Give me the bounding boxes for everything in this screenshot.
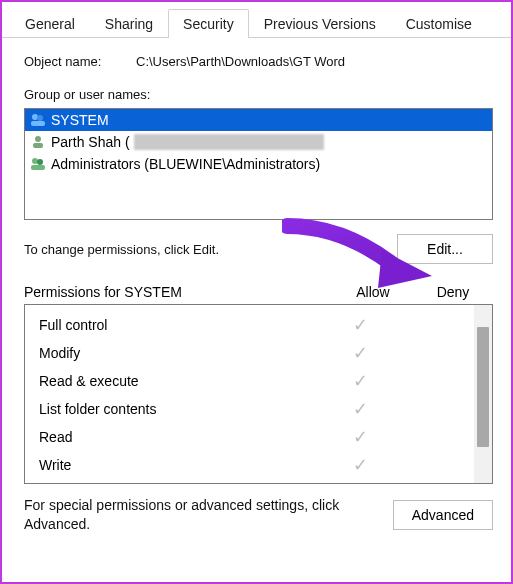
permissions-for-label: Permissions for SYSTEM — [24, 284, 333, 300]
user-item-parth[interactable]: Parth Shah ( — [25, 131, 492, 153]
check-icon: ✓ — [320, 314, 400, 336]
edit-row: To change permissions, click Edit. Edit.… — [24, 234, 493, 264]
perm-row: Read & execute ✓ — [39, 367, 464, 395]
perm-name: Read & execute — [39, 373, 320, 389]
users-listbox[interactable]: SYSTEM Parth Shah ( Administrators (BLUE… — [24, 108, 493, 220]
properties-dialog: General Sharing Security Previous Versio… — [0, 0, 513, 584]
permissions-list[interactable]: Full control ✓ Modify ✓ Read & execute ✓… — [25, 305, 474, 483]
perm-row: List folder contents ✓ — [39, 395, 464, 423]
edit-button[interactable]: Edit... — [397, 234, 493, 264]
permissions-list-wrap: Full control ✓ Modify ✓ Read & execute ✓… — [24, 304, 493, 484]
perm-name: Write — [39, 457, 320, 473]
tab-bar: General Sharing Security Previous Versio… — [2, 2, 511, 38]
object-name-label: Object name: — [24, 54, 136, 69]
user-item-system[interactable]: SYSTEM — [25, 109, 492, 131]
tab-general[interactable]: General — [10, 9, 90, 38]
advanced-button[interactable]: Advanced — [393, 500, 493, 530]
perm-name: Full control — [39, 317, 320, 333]
check-icon: ✓ — [320, 398, 400, 420]
perm-row: Modify ✓ — [39, 339, 464, 367]
perm-name: List folder contents — [39, 401, 320, 417]
change-permissions-label: To change permissions, click Edit. — [24, 242, 219, 257]
redacted-text — [134, 134, 324, 150]
group-icon — [29, 155, 47, 173]
svg-point-5 — [32, 158, 38, 164]
perm-row: Full control ✓ — [39, 311, 464, 339]
check-icon: ✓ — [320, 454, 400, 476]
check-icon: ✓ — [320, 370, 400, 392]
svg-rect-2 — [31, 121, 45, 126]
svg-point-6 — [37, 159, 43, 165]
tab-previous-versions[interactable]: Previous Versions — [249, 9, 391, 38]
check-icon: ✓ — [320, 342, 400, 364]
permissions-scrollbar[interactable] — [474, 305, 492, 483]
advanced-row: For special permissions or advanced sett… — [24, 496, 493, 534]
object-name-row: Object name: C:\Users\Parth\Downloads\GT… — [24, 54, 493, 69]
user-name: Parth Shah ( — [51, 134, 130, 150]
user-icon — [29, 133, 47, 151]
svg-point-3 — [35, 136, 41, 142]
svg-rect-4 — [33, 143, 43, 148]
perm-row: Write ✓ — [39, 451, 464, 479]
svg-point-1 — [37, 115, 43, 121]
tab-security[interactable]: Security — [168, 9, 249, 38]
deny-header: Deny — [413, 284, 493, 300]
user-name: Administrators (BLUEWINE\Administrators) — [51, 156, 320, 172]
allow-header: Allow — [333, 284, 413, 300]
object-name-value: C:\Users\Parth\Downloads\GT Word — [136, 54, 345, 69]
tab-sharing[interactable]: Sharing — [90, 9, 168, 38]
user-name: SYSTEM — [51, 112, 109, 128]
perm-name: Modify — [39, 345, 320, 361]
svg-point-0 — [32, 114, 38, 120]
tab-customise[interactable]: Customise — [391, 9, 487, 38]
check-icon: ✓ — [320, 426, 400, 448]
group-user-label: Group or user names: — [24, 87, 493, 102]
scrollbar-thumb[interactable] — [477, 327, 489, 447]
perm-row: Read ✓ — [39, 423, 464, 451]
group-icon — [29, 111, 47, 129]
tab-body-security: Object name: C:\Users\Parth\Downloads\GT… — [2, 38, 511, 544]
user-item-administrators[interactable]: Administrators (BLUEWINE\Administrators) — [25, 153, 492, 175]
svg-rect-7 — [31, 165, 45, 170]
special-permissions-label: For special permissions or advanced sett… — [24, 496, 344, 534]
perm-name: Read — [39, 429, 320, 445]
permissions-header: Permissions for SYSTEM Allow Deny — [24, 284, 493, 300]
